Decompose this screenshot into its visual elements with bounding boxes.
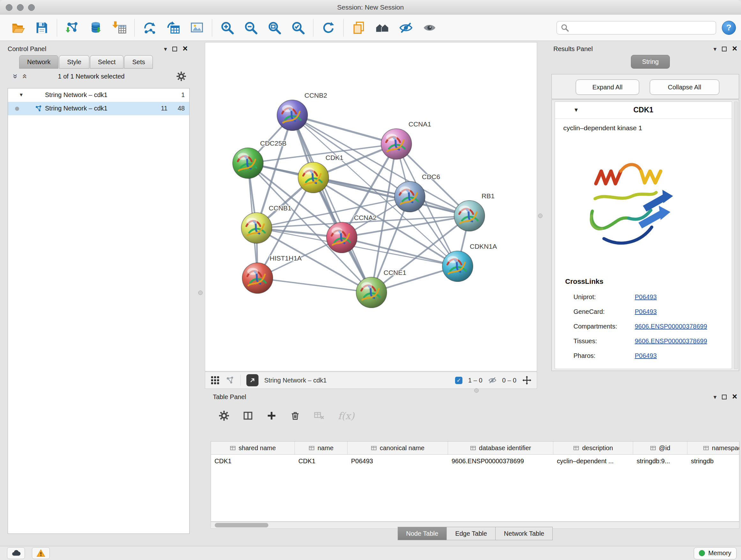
results-scrollbar[interactable] [734, 102, 738, 369]
hidden-eye-slash-icon[interactable] [488, 376, 496, 384]
panel-menu-icon[interactable]: ▾ [714, 394, 717, 400]
export-view-button[interactable] [246, 374, 259, 386]
new-table-icon [166, 21, 180, 35]
node-highlight [246, 218, 257, 225]
table-cell[interactable]: stringdb:9... [633, 457, 687, 465]
tab-string[interactable]: String [631, 55, 670, 69]
warnings-button[interactable] [32, 547, 50, 559]
warning-icon [36, 549, 46, 558]
show-graphics-details-button[interactable] [422, 20, 437, 35]
table-cell[interactable]: 9606.ENSP00000378699 [448, 457, 553, 465]
collection-expanded-icon[interactable]: ▼ [19, 92, 23, 98]
selected-checkbox-icon[interactable]: ✓ [455, 377, 462, 384]
zoom-out-button[interactable] [244, 20, 258, 35]
tab-network[interactable]: Network [19, 55, 58, 69]
copy-document-icon [352, 21, 366, 35]
results-panel: Results Panel ▾ × String Expand All Coll… [549, 44, 741, 390]
network-edge[interactable] [258, 278, 372, 293]
table-cell[interactable]: CDK1 [211, 457, 295, 465]
network-canvas[interactable]: CCNB2CCNA1CDC25BCDK1CDC6RB1CCNB1CCNA2CDK… [205, 43, 537, 371]
export-image-button[interactable] [190, 20, 204, 35]
network-selection-row: » » 1 of 1 Network selected [4, 69, 192, 84]
add-column-icon[interactable] [266, 411, 277, 421]
column-header-database-identifier[interactable]: database identifier [448, 442, 553, 454]
table-cell[interactable]: cyclin–dependent ... [553, 457, 633, 465]
expand-all-button[interactable]: Expand All [576, 79, 639, 95]
table-row[interactable]: CDK1CDK1P064939606.ENSP00000378699cyclin… [211, 455, 739, 468]
cloud-status-button[interactable] [7, 547, 25, 559]
hide-graphics-details-button[interactable] [399, 20, 413, 35]
collapse-all-button[interactable]: Collapse All [650, 79, 719, 95]
column-header-namespace[interactable]: namespace [687, 442, 739, 454]
panel-menu-icon[interactable]: ▾ [164, 46, 167, 52]
left-splitter-handle[interactable] [198, 291, 203, 295]
right-splitter-handle[interactable] [538, 213, 542, 218]
table-cell[interactable]: stringdb [687, 457, 739, 465]
panel-float-icon[interactable] [722, 395, 727, 399]
crosslink-row: GeneCard:P06493 [555, 306, 732, 320]
network-share-icon[interactable] [226, 376, 234, 385]
node-result-header[interactable]: ▼ CDK1 [555, 102, 732, 119]
tab-edge-table[interactable]: Edge Table [447, 527, 495, 540]
network-node-count: 11 [161, 105, 167, 112]
new-table-button[interactable] [166, 20, 181, 35]
column-header-description[interactable]: description [553, 442, 633, 454]
network-edge[interactable] [292, 115, 372, 293]
table-cell[interactable]: CDK1 [295, 457, 347, 465]
tab-select[interactable]: Select [90, 55, 124, 69]
delete-column-trash-icon[interactable] [290, 411, 300, 421]
show-columns-icon[interactable] [243, 411, 253, 421]
column-header--id[interactable]: @id [633, 442, 687, 454]
memory-button[interactable]: Memory [694, 547, 737, 559]
grid-view-icon[interactable] [210, 375, 220, 385]
import-network-database-button[interactable] [88, 20, 103, 35]
panel-menu-icon[interactable]: ▾ [714, 46, 717, 52]
tab-node-table[interactable]: Node Table [398, 527, 447, 540]
network-row-selected[interactable]: String Network – cdk1 11 48 [8, 102, 189, 115]
panel-close-icon[interactable]: × [732, 393, 737, 400]
apply-layout-button[interactable] [321, 20, 336, 35]
zoom-fit-button[interactable] [267, 20, 282, 35]
node-highlight [448, 256, 458, 263]
import-network-file-button[interactable] [65, 20, 79, 35]
table-cell[interactable]: P06493 [347, 457, 448, 465]
memory-label: Memory [708, 550, 731, 557]
save-session-button[interactable] [35, 20, 49, 35]
column-header-shared-name[interactable]: shared name [211, 442, 295, 454]
crosslink-label: Compartments: [574, 323, 617, 330]
tab-style[interactable]: Style [59, 55, 89, 69]
column-header-canonical-name[interactable]: canonical name [347, 442, 448, 454]
search-input[interactable] [556, 21, 716, 35]
results-panel-header: Results Panel ▾ × [549, 44, 741, 54]
crosslink-link[interactable]: P06493 [635, 308, 657, 315]
zoom-selected-button[interactable] [291, 20, 306, 35]
import-table-file-button[interactable] [112, 20, 127, 35]
node-label: CCNA2 [354, 214, 377, 221]
table-options-gear-icon[interactable] [219, 410, 229, 421]
overview-button[interactable] [375, 20, 390, 35]
panel-close-icon[interactable]: × [183, 45, 188, 52]
tab-network-table[interactable]: Network Table [495, 527, 553, 540]
panel-close-icon[interactable]: × [732, 45, 737, 52]
node-label: CCNA1 [408, 120, 431, 128]
open-session-button[interactable] [11, 20, 25, 35]
help-button[interactable]: ? [722, 21, 736, 35]
column-header-name[interactable]: name [295, 442, 347, 454]
network-view[interactable]: CCNB2CCNA1CDC25BCDK1CDC6RB1CCNB1CCNA2CDK… [205, 42, 537, 371]
panel-float-icon[interactable] [172, 47, 177, 51]
crosslink-link[interactable]: P06493 [635, 294, 657, 301]
crosslink-link[interactable]: P06493 [635, 352, 657, 360]
panel-float-icon[interactable] [722, 47, 727, 51]
copy-document-button[interactable] [351, 20, 366, 35]
crosslink-link[interactable]: 9606.ENSP00000378699 [635, 337, 707, 345]
crosslink-link[interactable]: 9606.ENSP00000378699 [635, 323, 707, 330]
column-type-icon [470, 445, 476, 451]
pan-crosshair-icon[interactable] [522, 375, 532, 385]
new-network-button[interactable] [142, 20, 157, 35]
network-options-gear-icon[interactable] [176, 71, 186, 81]
zoom-in-button[interactable] [220, 20, 234, 35]
column-type-icon [703, 445, 709, 451]
tab-sets[interactable]: Sets [124, 55, 153, 69]
bottom-splitter-handle[interactable] [474, 388, 479, 393]
network-collection-row[interactable]: ▼ String Network – cdk1 1 [8, 88, 189, 102]
